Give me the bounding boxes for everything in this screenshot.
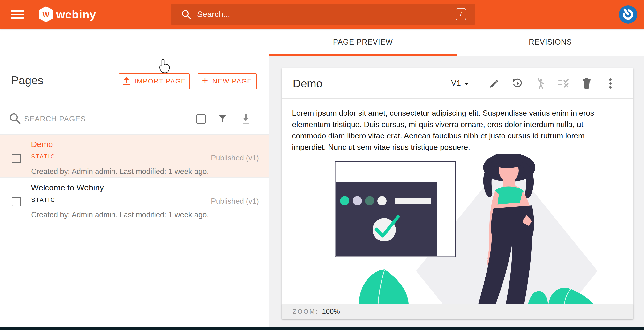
- chevron-down-icon: [464, 82, 468, 85]
- gravatar-power-icon: [619, 5, 637, 24]
- search-pages-icon: [9, 112, 21, 125]
- global-search-input[interactable]: Search... /: [170, 4, 476, 25]
- page-row-title[interactable]: Demo: [31, 140, 53, 149]
- more-options-button[interactable]: [605, 78, 616, 89]
- page-type-badge: STATIC: [31, 196, 56, 203]
- user-avatar[interactable]: [619, 5, 637, 24]
- page-status: Published (v1): [211, 154, 259, 162]
- preview-card-header: Demo V1: [282, 68, 633, 99]
- preview-page-title: Demo: [293, 77, 322, 90]
- page-body-text: Lorem ipsum dolor sit amet, consectetur …: [292, 108, 630, 153]
- page-type-badge: STATIC: [31, 153, 56, 160]
- filter-icon[interactable]: [218, 115, 228, 124]
- top-app-bar: W webiny Search... /: [0, 0, 644, 28]
- row-checkbox[interactable]: [12, 154, 21, 163]
- page-row-title[interactable]: Welcome to Webiny: [31, 183, 104, 192]
- search-shortcut-key: /: [456, 8, 466, 20]
- page-history-button[interactable]: [512, 78, 522, 89]
- review-checklist-button[interactable]: [558, 78, 569, 89]
- webiny-logo-icon[interactable]: W: [39, 6, 53, 22]
- trash-icon: [582, 78, 592, 89]
- brand-wordmark: webiny: [56, 8, 96, 21]
- new-page-button[interactable]: + NEW PAGE: [198, 73, 257, 89]
- version-dropdown[interactable]: V1: [451, 79, 468, 88]
- tab-page-preview[interactable]: PAGE PREVIEW: [269, 28, 457, 56]
- page-meta: Created by: Admin admin. Last modified: …: [31, 210, 209, 219]
- preview-zoom-bar: ZOOM: 100%: [282, 304, 633, 319]
- export-download-icon[interactable]: [241, 114, 251, 125]
- pages-list-panel: Pages IMPORT PAGE + NEW PAGE SEARCH PAGE…: [0, 28, 269, 328]
- kebab-menu-icon: [609, 78, 612, 89]
- request-review-button[interactable]: [536, 78, 546, 89]
- version-label: V1: [451, 79, 461, 88]
- row-checkbox[interactable]: [12, 197, 21, 206]
- hamburger-menu-icon[interactable]: [11, 10, 24, 19]
- svg-text:W: W: [42, 11, 50, 19]
- search-icon: [181, 9, 192, 20]
- select-all-checkbox[interactable]: [196, 114, 206, 124]
- page-meta: Created by: Admin admin. Last modified: …: [31, 167, 209, 176]
- page-illustration: [282, 154, 633, 304]
- zoom-value[interactable]: 100%: [322, 308, 340, 316]
- page-status: Published (v1): [211, 197, 259, 206]
- history-icon: [512, 78, 522, 89]
- page-title: Pages: [11, 74, 43, 87]
- page-preview-card: Demo V1: [282, 68, 633, 319]
- checklist-icon: [558, 79, 569, 88]
- zoom-label: ZOOM:: [293, 308, 318, 315]
- global-search-placeholder: Search...: [197, 10, 230, 19]
- person-icon: [536, 78, 546, 89]
- page-list-item-demo[interactable]: Demo STATIC Published (v1) Created by: A…: [0, 135, 269, 178]
- delete-page-button[interactable]: [581, 78, 592, 89]
- import-page-label: IMPORT PAGE: [134, 78, 186, 85]
- tab-revisions[interactable]: REVISIONS: [457, 28, 644, 56]
- pages-search-bar: SEARCH PAGES: [0, 104, 269, 134]
- search-pages-input[interactable]: SEARCH PAGES: [24, 115, 86, 124]
- page-list-item-welcome[interactable]: Welcome to Webiny STATIC Published (v1) …: [0, 178, 269, 221]
- pencil-icon: [489, 78, 499, 88]
- new-page-label: NEW PAGE: [212, 78, 252, 85]
- plus-icon: +: [202, 77, 208, 84]
- upload-icon: [122, 77, 131, 86]
- window-bottom-edge: [0, 327, 644, 330]
- import-page-button[interactable]: IMPORT PAGE: [119, 73, 190, 89]
- edit-page-button[interactable]: [489, 78, 499, 89]
- preview-tabbar: PAGE PREVIEW REVISIONS: [269, 28, 644, 56]
- webiny-admin-screen: W webiny Search... / Pages: [0, 0, 644, 330]
